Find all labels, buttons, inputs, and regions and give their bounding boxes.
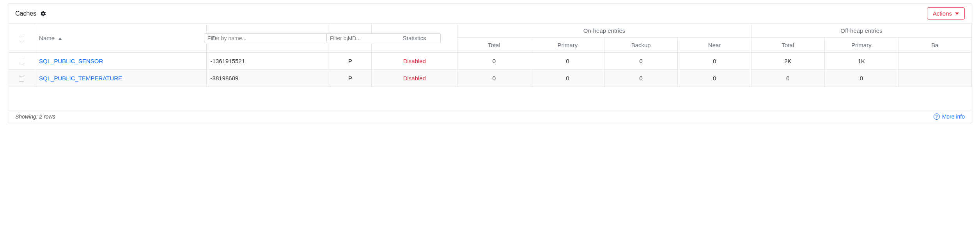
cell-onheap-primary: 0 xyxy=(531,70,604,87)
cache-name-link[interactable]: SQL_PUBLIC_SENSOR xyxy=(39,58,103,64)
cell-onheap-total: 0 xyxy=(457,53,531,70)
cell-onheap-backup: 0 xyxy=(604,70,678,87)
header-id: ID xyxy=(207,24,329,53)
header-offheap-total[interactable]: Total xyxy=(751,38,825,53)
cell-statistics: Disabled xyxy=(403,75,426,82)
header-offheap-backup[interactable]: Ba xyxy=(898,38,972,53)
select-all-checkbox[interactable] xyxy=(19,36,24,41)
caret-down-icon xyxy=(955,12,959,15)
cell-offheap-primary: 1K xyxy=(825,53,898,70)
cell-offheap-total: 2K xyxy=(751,53,825,70)
cell-m: P xyxy=(329,70,372,87)
cell-offheap-total: 0 xyxy=(751,70,825,87)
table-row[interactable]: SQL_PUBLIC_SENSOR -1361915521 P Disabled… xyxy=(8,53,972,70)
cache-name-link[interactable]: SQL_PUBLIC_TEMPERATURE xyxy=(39,75,122,82)
cell-onheap-total: 0 xyxy=(457,70,531,87)
cell-id: -1361915521 xyxy=(207,53,329,70)
cell-onheap-primary: 0 xyxy=(531,53,604,70)
panel-footer: Showing: 2 rows ? More info xyxy=(8,110,972,123)
cell-onheap-near: 0 xyxy=(678,53,751,70)
row-checkbox[interactable] xyxy=(19,59,24,64)
cell-offheap-backup xyxy=(898,70,972,87)
header-name[interactable]: Name xyxy=(35,24,207,53)
cell-statistics: Disabled xyxy=(403,58,426,64)
row-checkbox[interactable] xyxy=(19,76,24,82)
header-onheap-near[interactable]: Near xyxy=(678,38,751,53)
header-offheap-primary[interactable]: Primary xyxy=(825,38,898,53)
cell-offheap-backup xyxy=(898,53,972,70)
more-info-link[interactable]: ? More info xyxy=(934,113,965,120)
gear-icon[interactable] xyxy=(40,11,46,17)
actions-button[interactable]: Actions xyxy=(927,7,965,19)
header-on-heap-group: On-heap entries xyxy=(457,24,751,38)
cell-offheap-primary: 0 xyxy=(825,70,898,87)
caches-panel: Caches Actions Name xyxy=(8,3,972,123)
table-body: SQL_PUBLIC_SENSOR -1361915521 P Disabled… xyxy=(8,53,972,110)
table-empty-space xyxy=(8,87,972,110)
cell-m: P xyxy=(329,53,372,70)
header-checkbox-cell xyxy=(8,24,35,53)
actions-label: Actions xyxy=(933,10,952,17)
header-onheap-total[interactable]: Total xyxy=(457,38,531,53)
table-row[interactable]: SQL_PUBLIC_TEMPERATURE -38198609 P Disab… xyxy=(8,70,972,87)
cell-id: -38198609 xyxy=(207,70,329,87)
header-off-heap-group: Off-heap entries xyxy=(751,24,972,38)
panel-header: Caches Actions xyxy=(8,4,972,23)
sort-asc-icon xyxy=(58,37,62,40)
cell-onheap-backup: 0 xyxy=(604,53,678,70)
caches-table: Name ID M Statistics On-heap entries Off… xyxy=(8,24,972,110)
header-name-label: Name xyxy=(39,35,55,41)
help-icon: ? xyxy=(934,113,940,120)
table-scroll[interactable]: Name ID M Statistics On-heap entries Off… xyxy=(8,23,972,110)
header-id-label: ID xyxy=(211,35,325,41)
header-onheap-primary[interactable]: Primary xyxy=(531,38,604,53)
more-info-label: More info xyxy=(942,113,965,120)
header-onheap-backup[interactable]: Backup xyxy=(604,38,678,53)
showing-text: Showing: 2 rows xyxy=(15,113,55,120)
cell-onheap-near: 0 xyxy=(678,70,751,87)
panel-title: Caches xyxy=(15,10,36,17)
